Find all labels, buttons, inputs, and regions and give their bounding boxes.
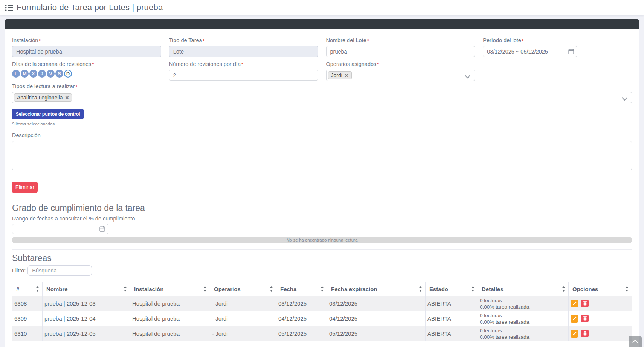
cell-fecha-expiracion: 04/12/2025 [327, 311, 426, 326]
pencil-icon [572, 332, 577, 336]
cell-operarios: - Jordi [210, 296, 276, 311]
weekday-v[interactable]: V [47, 70, 55, 78]
col-header-operarios[interactable]: Operarios [210, 282, 276, 296]
sort-icon [270, 286, 273, 292]
cell-nombre: prueba | 2025-12-04 [43, 311, 130, 326]
filtro-input[interactable] [27, 265, 92, 276]
weekday-l[interactable]: L [12, 70, 20, 78]
cell-nombre: prueba | 2025-12-03 [43, 296, 130, 311]
eliminar-button[interactable]: Eliminar [12, 182, 38, 193]
cell-opciones [569, 326, 632, 341]
delete-button[interactable] [581, 330, 589, 337]
compliance-progressbar: No se ha encontrado ninguna lectura [12, 237, 632, 243]
remove-tag-icon[interactable]: ✕ [345, 73, 349, 78]
trash-icon [583, 331, 587, 336]
chevron-up-icon [632, 339, 638, 343]
operarios-multiselect[interactable]: Jordi ✕ [326, 70, 475, 81]
calendar-icon [99, 226, 105, 232]
cell-instalacion: Hospital de prueba [130, 311, 210, 326]
col-header-fecha[interactable]: Fecha [276, 282, 327, 296]
table-row: 6309 prueba | 2025-12-04 Hospital de pru… [12, 311, 632, 326]
weekday-d[interactable]: D [64, 70, 72, 78]
cell-id: 6308 [12, 296, 43, 311]
page-title: Formulario de Tarea por Lotes | prueba [17, 3, 163, 12]
tipo-tarea-label: Tipo de Tarea [169, 37, 318, 44]
sort-icon [124, 286, 127, 292]
card-body: Instalación Tipo de Tarea Nombre del Lot… [5, 29, 639, 347]
cell-id: 6310 [12, 326, 43, 341]
table-row: 6310 prueba | 2025-12-05 Hospital de pru… [12, 326, 632, 341]
descripcion-textarea[interactable] [12, 141, 632, 170]
compliance-heading: Grado de cumplimiento de la tarea [12, 203, 632, 213]
cell-fecha: 03/12/2025 [276, 296, 327, 311]
trash-icon [583, 316, 587, 321]
edit-button[interactable] [571, 300, 578, 307]
instalacion-label: Instalación [12, 37, 161, 44]
delete-button[interactable] [581, 300, 589, 307]
weekday-j[interactable]: J [38, 70, 46, 78]
divider [12, 249, 632, 250]
items-selected-note: 9 items seleccionados. [12, 122, 632, 126]
sort-icon [471, 286, 475, 292]
weekday-m[interactable]: M [21, 70, 29, 78]
rango-fechas-input[interactable] [12, 224, 108, 234]
tipo-lectura-tag: Analítica Legionella ✕ [14, 93, 72, 102]
cell-estado: ABIERTA [426, 311, 478, 326]
task-form-card: Instalación Tipo de Tarea Nombre del Lot… [5, 19, 639, 347]
tipos-lectura-label: Tipos de lectura a realizar [12, 83, 632, 90]
cell-detalles: 0 lecturas0.00% tarea realizada [478, 326, 569, 341]
col-header-instalacion[interactable]: Instalación [130, 282, 210, 296]
col-header-opciones[interactable]: Opciones [569, 282, 632, 296]
edit-button[interactable] [571, 315, 578, 323]
rango-fechas-label: Rango de fechas a consultar el % de cump… [12, 215, 632, 223]
weekday-x[interactable]: X [29, 70, 37, 78]
dias-semana-label: Días de la semana de revisiones [12, 61, 161, 68]
descripcion-label: Descripción [12, 132, 632, 139]
pencil-icon [572, 316, 577, 321]
periodo-lote-datepicker[interactable] [483, 46, 577, 57]
instalacion-input [12, 46, 161, 57]
remove-tag-icon[interactable]: ✕ [65, 95, 69, 100]
periodo-lote-input[interactable] [483, 46, 577, 57]
cell-estado: ABIERTA [426, 326, 478, 341]
sort-icon [320, 286, 324, 292]
trash-icon [583, 301, 587, 306]
subtasks-table: # Nombre Instalación Operarios Fecha Fec… [12, 282, 632, 341]
nombre-lote-input[interactable] [326, 46, 475, 57]
col-header-estado[interactable]: Estado [426, 282, 478, 296]
pencil-icon [572, 301, 577, 306]
cell-fecha-expiracion: 03/12/2025 [327, 296, 426, 311]
sort-icon [419, 286, 422, 292]
top-navbar: Formulario de Tarea por Lotes | prueba [0, 0, 644, 15]
col-header-detalles[interactable]: Detalles [478, 282, 569, 296]
col-header-id[interactable]: # [12, 282, 43, 296]
subtareas-heading: Subtareas [12, 253, 632, 263]
num-revisiones-input[interactable] [169, 70, 318, 81]
scroll-to-top-button[interactable] [629, 336, 642, 347]
weekday-s[interactable]: S [55, 70, 63, 78]
tipos-lectura-multiselect[interactable]: Analítica Legionella ✕ [12, 92, 632, 103]
periodo-lote-label: Período del lote [483, 37, 632, 44]
cell-fecha: 04/12/2025 [276, 311, 327, 326]
list-icon [5, 4, 13, 11]
cell-instalacion: Hospital de prueba [130, 326, 210, 341]
num-revisiones-label: Número de revisiones por día [169, 61, 318, 68]
col-header-fecha-expiracion[interactable]: Fecha expiracion [327, 282, 426, 296]
rango-fechas-datepicker[interactable] [12, 224, 108, 234]
cell-opciones [569, 311, 632, 326]
chevron-down-icon [465, 73, 470, 80]
select-control-points-button[interactable]: Seleccionar puntos de control [12, 109, 84, 119]
cell-detalles: 0 lecturas0.00% tarea realizada [478, 311, 569, 326]
cell-opciones [569, 296, 632, 311]
table-header-row: # Nombre Instalación Operarios Fecha Fec… [12, 282, 632, 296]
card-header-bar [5, 19, 639, 29]
tipo-lectura-tag-label: Analítica Legionella [17, 95, 63, 101]
edit-button[interactable] [571, 330, 578, 338]
operarios-label: Operarios asignados [326, 61, 475, 68]
sort-icon [203, 286, 207, 292]
sort-icon [625, 286, 629, 292]
sort-icon [562, 286, 565, 292]
col-header-nombre[interactable]: Nombre [43, 282, 130, 296]
cell-operarios: - Jordi [210, 311, 276, 326]
delete-button[interactable] [581, 315, 589, 322]
